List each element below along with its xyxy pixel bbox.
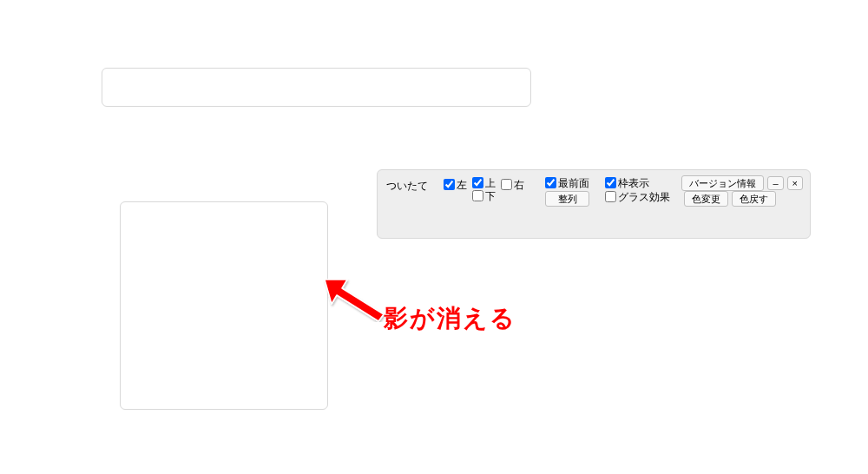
control-panel: ついたて 左 上 下 右 最前面 整列 — [377, 169, 811, 239]
callout-arrow — [323, 274, 392, 322]
checkbox-right-input[interactable] — [501, 179, 512, 190]
minimize-button[interactable]: – — [767, 176, 783, 190]
color-change-button[interactable]: 色変更 — [684, 191, 728, 207]
color-reset-button[interactable]: 色戻す — [732, 191, 776, 207]
checkbox-glass-input[interactable] — [605, 191, 616, 202]
checkbox-foremost-label: 最前面 — [558, 178, 589, 188]
checkbox-bottom[interactable]: 下 — [472, 190, 496, 201]
callout-text: 影が消える — [384, 302, 516, 335]
checkbox-border-label: 枠表示 — [618, 178, 649, 188]
checkbox-left-label: 左 — [457, 180, 467, 190]
empty-panel-left — [120, 201, 328, 410]
align-button[interactable]: 整列 — [545, 191, 589, 207]
checkbox-bottom-input[interactable] — [472, 190, 483, 201]
checkbox-border[interactable]: 枠表示 — [605, 177, 670, 188]
checkbox-bottom-label: 下 — [485, 191, 496, 201]
checkbox-right[interactable]: 右 — [501, 177, 524, 190]
checkbox-right-label: 右 — [514, 180, 524, 190]
svg-marker-0 — [325, 280, 384, 321]
checkbox-top[interactable]: 上 — [472, 177, 496, 188]
checkbox-left[interactable]: 左 — [444, 177, 467, 190]
empty-panel-top — [102, 68, 531, 107]
checkbox-foremost[interactable]: 最前面 — [545, 177, 589, 188]
panel-title: ついたて — [386, 177, 431, 194]
close-button[interactable]: × — [787, 176, 803, 190]
checkbox-glass-label: グラス効果 — [618, 192, 670, 202]
checkbox-left-input[interactable] — [444, 179, 455, 190]
version-button[interactable]: バージョン情報 — [681, 175, 764, 191]
checkbox-top-input[interactable] — [472, 177, 483, 188]
checkbox-glass[interactable]: グラス効果 — [605, 191, 670, 202]
checkbox-top-label: 上 — [485, 178, 496, 188]
checkbox-border-input[interactable] — [605, 177, 616, 188]
checkbox-foremost-input[interactable] — [545, 177, 556, 188]
